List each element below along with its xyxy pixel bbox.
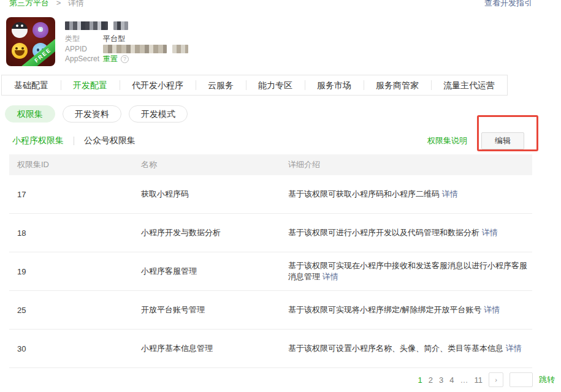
subnav-miniprogram-sets[interactable]: 小程序权限集	[12, 135, 64, 146]
row-detail-link[interactable]: 详情	[506, 344, 522, 353]
next-page-button[interactable]: ›	[489, 372, 503, 387]
row-name: 开放平台账号管理	[141, 304, 288, 315]
table-body: 17 获取小程序码 基于该权限可获取小程序码和小程序二维码 详情 18 小程序开…	[9, 175, 532, 368]
row-name: 小程序基本信息管理	[141, 343, 288, 354]
tab-basic-config[interactable]: 基础配置	[2, 75, 61, 95]
page-1[interactable]: 1	[418, 375, 422, 385]
page-ellipsis: …	[460, 375, 468, 385]
main-tab-bar: 基础配置 开发配置 代开发小程序 云服务 能力专区 服务市场 服务商管家 流量主…	[1, 75, 508, 96]
row-desc: 基于该权限可设置小程序名称、头像、简介、类目等基本信息	[288, 344, 506, 353]
jump-button[interactable]: 跳转	[539, 374, 555, 385]
view-dev-guide-link[interactable]: 查看开发指引	[484, 0, 532, 7]
tab-cloud-service[interactable]: 云服务	[196, 75, 246, 95]
header-permission-id: 权限集ID	[17, 159, 141, 170]
page-2[interactable]: 2	[429, 375, 433, 385]
appid-redacted	[103, 45, 167, 53]
row-detail-link[interactable]: 详情	[482, 228, 498, 237]
table-row: 19 小程序客服管理 基于该权限可实现在小程序中接收和发送客服消息以进行小程序客…	[9, 252, 532, 291]
tab-service-market[interactable]: 服务市场	[305, 75, 364, 95]
subnav-official-account-sets[interactable]: 公众号权限集	[84, 135, 135, 146]
header-description: 详细介绍	[288, 159, 532, 170]
top-bar: 第三方平台 > 详情 查看开发指引	[0, 0, 561, 7]
pill-permission-sets[interactable]: 权限集	[5, 105, 55, 123]
pill-dev-mode[interactable]: 开发模式	[129, 105, 188, 123]
page-4[interactable]: 4	[449, 375, 454, 385]
reset-appsecret-link[interactable]: 重置	[103, 55, 118, 64]
row-detail-link[interactable]: 详情	[442, 189, 458, 198]
pill-bar: 权限集 开发资料 开发模式	[5, 105, 188, 123]
app-name-redacted	[65, 21, 188, 31]
smiley-icon	[12, 43, 28, 59]
tab-traffic-agent[interactable]: 流量主代运营	[431, 75, 507, 95]
row-name: 小程序开发与数据分析	[141, 227, 288, 238]
breadcrumb-third-party-platform[interactable]: 第三方平台	[9, 0, 49, 7]
penguin-icon	[12, 22, 28, 38]
tab-provider-manager[interactable]: 服务商管家	[364, 75, 431, 95]
app-info: 类型 平台型 APPID AppSecret 重置 ?	[65, 17, 188, 66]
table-row: 17 获取小程序码 基于该权限可获取小程序码和小程序二维码 详情	[9, 175, 532, 214]
breadcrumb-separator: >	[56, 0, 61, 7]
type-label: 类型	[65, 34, 103, 43]
appid-label: APPID	[65, 45, 103, 54]
header-name: 名称	[141, 159, 288, 170]
row-id: 19	[17, 267, 141, 276]
permission-table: 权限集ID 名称 详细介绍 17 获取小程序码 基于该权限可获取小程序码和小程序…	[9, 154, 532, 368]
row-detail-link[interactable]: 详情	[322, 272, 338, 281]
app-avatar: FREE	[6, 17, 55, 66]
row-name: 获取小程序码	[141, 189, 288, 200]
tab-capability-zone[interactable]: 能力专区	[246, 75, 305, 95]
row-desc: 基于该权限可进行小程序开发以及代码管理和数据分析	[288, 228, 482, 237]
tab-dev-config[interactable]: 开发配置	[61, 75, 120, 95]
help-question-icon[interactable]: ?	[121, 55, 129, 63]
row-id: 25	[17, 306, 141, 315]
breadcrumb: 第三方平台 > 详情	[9, 0, 84, 7]
appsecret-label: AppSecret	[65, 55, 103, 64]
table-header-row: 权限集ID 名称 详细介绍	[9, 154, 532, 175]
table-row: 25 开放平台账号管理 基于该权限可实现将小程序绑定/解除绑定开放平台账号 详情	[9, 291, 532, 330]
table-row: 30 小程序基本信息管理 基于该权限可设置小程序名称、头像、简介、类目等基本信息…	[9, 330, 532, 368]
app-header: FREE 类型 平台型 APPID AppSecret 重置 ?	[6, 17, 188, 66]
table-row: 18 小程序开发与数据分析 基于该权限可进行小程序开发以及代码管理和数据分析 详…	[9, 214, 532, 252]
breadcrumb-current: 详情	[68, 0, 84, 7]
tab-delegated-miniprogram[interactable]: 代开发小程序	[120, 75, 196, 95]
type-value: 平台型	[103, 34, 125, 43]
row-id: 17	[17, 190, 141, 199]
row-id: 30	[17, 344, 141, 353]
subnav-divider	[74, 137, 74, 145]
subnav-bar: 小程序权限集 公众号权限集 权限集说明 编辑	[0, 130, 561, 152]
row-id: 18	[17, 228, 141, 238]
permission-sets-description-link[interactable]: 权限集说明	[427, 135, 467, 146]
pill-dev-materials[interactable]: 开发资料	[63, 105, 121, 123]
jump-page-input[interactable]	[509, 372, 533, 387]
pagination: 1 2 3 4 … 11 › 跳转	[418, 372, 555, 387]
page-3[interactable]: 3	[439, 375, 443, 385]
row-desc: 基于该权限可获取小程序码和小程序二维码	[288, 189, 442, 198]
monster-icon	[32, 22, 48, 38]
edit-button[interactable]: 编辑	[481, 132, 524, 149]
row-detail-link[interactable]: 详情	[484, 305, 500, 314]
row-name: 小程序客服管理	[141, 266, 288, 277]
page-11[interactable]: 11	[475, 375, 483, 385]
row-desc: 基于该权限可实现将小程序绑定/解除绑定开放平台账号	[288, 305, 484, 314]
